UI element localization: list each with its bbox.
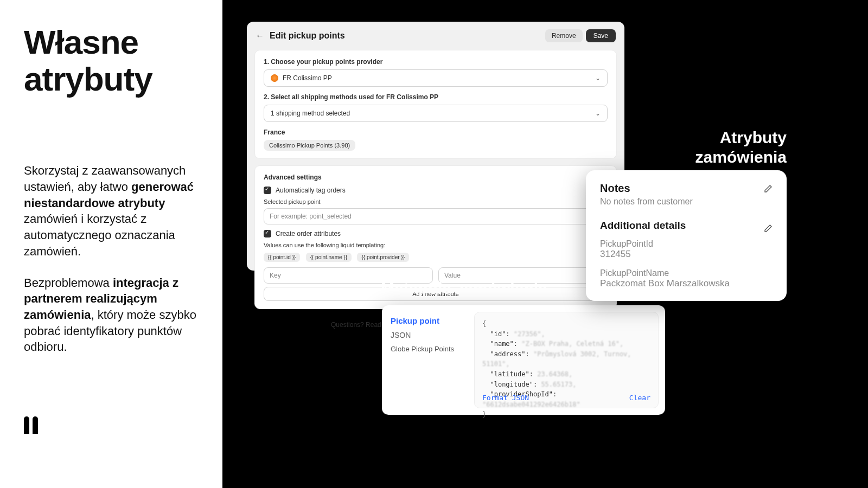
selected-point-label: Selected pickup point: [264, 198, 608, 205]
chevron-down-icon: ⌄: [595, 74, 601, 82]
admin-card: ← Edit pickup points Remove Save 1. Choo…: [247, 22, 624, 271]
methods-select[interactable]: 1 shipping method selected ⌄: [264, 105, 608, 122]
pickup-point-link[interactable]: Pickup point: [391, 316, 465, 325]
marketing-panel: Własne atrybuty Skorzystaj z zaawansowan…: [0, 0, 222, 488]
metafield-card: Pickup point JSON Globe Pickup Points { …: [382, 305, 665, 415]
body-copy: Skorzystaj z zaawansowanych ustawień, ab…: [24, 163, 199, 355]
create-attr-label: Create order attributes: [276, 230, 341, 237]
order-attributes-heading: Atrybuty zamówienia: [624, 128, 787, 167]
detail-value: 312455: [600, 249, 773, 260]
liquid-hint: Values can use the following liquid temp…: [264, 242, 608, 248]
liquid-tags: {{ point.id }} {{ point.name }} {{ point…: [264, 252, 608, 262]
metafield-sidebar: Pickup point JSON Globe Pickup Points: [382, 305, 474, 415]
format-json-button[interactable]: Format JSON: [482, 393, 529, 403]
step2-label: 2. Select all shipping methods used for …: [264, 93, 608, 101]
advanced-title: Advanced settings: [264, 174, 608, 181]
clear-button[interactable]: Clear: [629, 393, 650, 403]
detail-key: PickupPointId: [600, 239, 773, 249]
remove-button[interactable]: Remove: [545, 29, 583, 42]
notes-empty: No notes from customer: [600, 197, 773, 207]
step1-label: 1. Choose your pickup points provider: [264, 58, 608, 66]
detail-value: Packzomat Box Marszalkowska: [600, 278, 773, 289]
back-arrow-icon[interactable]: ←: [256, 31, 264, 41]
provider-section: 1. Choose your pickup points provider FR…: [254, 50, 617, 159]
details-heading: Additional details: [600, 220, 686, 232]
liquid-tag: {{ point.name }}: [306, 253, 352, 262]
edit-icon[interactable]: [764, 224, 773, 233]
json-label: JSON: [391, 331, 465, 339]
notes-heading: Notes: [600, 182, 630, 195]
create-attr-checkbox[interactable]: [264, 230, 271, 237]
liquid-tag: {{ point.provider }}: [357, 253, 409, 262]
headline: Własne atrybuty: [24, 24, 199, 98]
notes-card: Notes No notes from customer Additional …: [586, 170, 787, 301]
provider-select[interactable]: FR Colissimo PP ⌄: [264, 69, 608, 87]
logo-icon: [24, 416, 39, 434]
save-button[interactable]: Save: [586, 29, 616, 42]
auto-tag-label: Automatically tag orders: [276, 187, 346, 194]
json-editor[interactable]: { "id": "27356", "name": "Z-BOX Praha, C…: [474, 312, 659, 408]
edit-icon[interactable]: [764, 184, 773, 193]
metafield-heading: Metapole zamówienia: [381, 279, 547, 298]
selected-point-input[interactable]: For example: point_selected: [264, 208, 608, 224]
admin-header: ← Edit pickup points Remove Save: [247, 22, 624, 50]
page-title: Edit pickup points: [270, 31, 545, 41]
chevron-down-icon: ⌄: [595, 110, 601, 117]
auto-tag-checkbox[interactable]: [264, 187, 271, 194]
showcase-panel: ← Edit pickup points Remove Save 1. Choo…: [222, 0, 868, 488]
shipping-chip: Colissimo Pickup Points (3.90): [264, 140, 355, 151]
country-label: France: [264, 129, 608, 136]
liquid-tag: {{ point.id }}: [264, 253, 300, 262]
provider-icon: [271, 74, 278, 82]
app-name: Globe Pickup Points: [391, 345, 465, 353]
detail-key: PickupPointName: [600, 268, 773, 278]
